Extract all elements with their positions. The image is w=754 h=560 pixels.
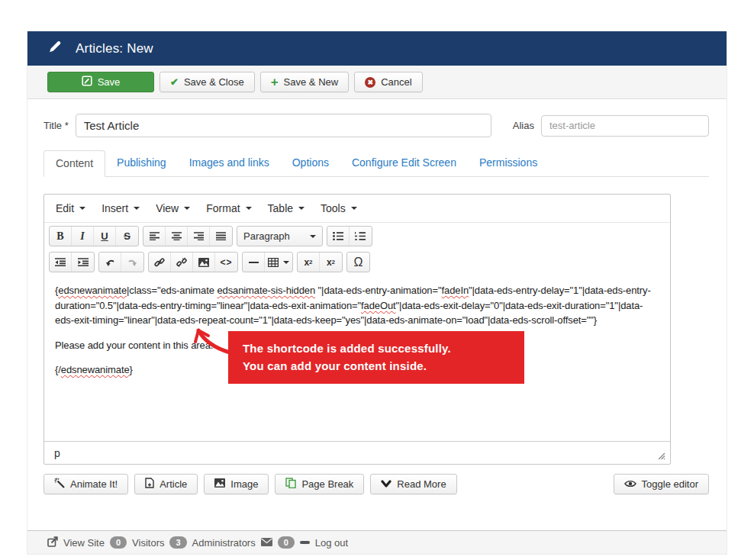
visitors-badge: 0 [110, 536, 127, 549]
italic-button[interactable]: I [72, 227, 94, 246]
page-title: Articles: New [76, 41, 153, 56]
menu-insert[interactable]: Insert [95, 198, 149, 218]
menu-view[interactable]: View [149, 198, 199, 218]
shortcode-open-paragraph: {edsnewanimate|class="eds-animate edsani… [55, 283, 659, 328]
bold-button[interactable]: B [50, 227, 72, 246]
tooltip-line1: The shortcode is added successfully. [243, 340, 510, 357]
align-right-button[interactable] [188, 227, 210, 246]
action-toolbar: Save ✔ Save & Close + Save & New ✖ Cance… [27, 66, 727, 99]
page: Articles: New Save ✔ Save & Close + Save… [0, 31, 754, 560]
page-header: Articles: New [27, 31, 727, 66]
chevron-down-icon [246, 207, 252, 210]
visitors-label: Visitors [132, 537, 164, 549]
chevron-down-icon [298, 207, 304, 210]
eye-icon [624, 478, 636, 490]
admins-badge: 3 [169, 536, 186, 549]
plus-icon: + [271, 76, 279, 89]
editor-menubar: Edit Insert View Format Table Tools [44, 195, 670, 223]
tab-permissions[interactable]: Permissions [468, 150, 549, 176]
insert-article-button[interactable]: Article [134, 474, 198, 494]
subscript-button[interactable]: x2 [298, 253, 320, 272]
messages-badge: 0 [278, 536, 295, 549]
logout-link[interactable]: Log out [315, 537, 348, 549]
annotation-tooltip: The shortcode is added successfully. You… [228, 331, 524, 384]
alias-label: Alias [513, 120, 534, 131]
source-code-button[interactable]: <> [215, 253, 237, 272]
envelope-icon[interactable] [261, 537, 272, 549]
outdent-button[interactable] [50, 253, 72, 272]
page-break-button[interactable]: Page Break [275, 474, 364, 494]
editor-toolbar-row2: <> x2 x2 Ω [44, 249, 670, 275]
article-doc-icon [145, 478, 154, 491]
paragraph-format-select[interactable]: Paragraph [237, 227, 322, 246]
tab-content[interactable]: Content [44, 150, 105, 176]
tab-configure-edit-screen[interactable]: Configure Edit Screen [340, 150, 468, 176]
save-new-label: Save & New [284, 76, 339, 88]
horizontal-rule-button[interactable] [243, 253, 265, 272]
numbered-list-button[interactable] [350, 227, 372, 246]
menu-format[interactable]: Format [199, 198, 260, 218]
tab-options[interactable]: Options [281, 150, 340, 176]
menu-edit[interactable]: Edit [49, 198, 95, 218]
magic-wand-icon [54, 478, 65, 491]
external-link-icon [47, 536, 58, 549]
chevron-down-icon [184, 207, 190, 210]
align-justify-button[interactable] [210, 227, 232, 246]
toggle-editor-button[interactable]: Toggle editor [614, 474, 709, 494]
annotation-arrow-icon [192, 325, 231, 368]
remove-link-button[interactable] [171, 253, 193, 272]
pencil-icon [47, 40, 62, 57]
editor-toolbar-row1: B I U S Paragraph [44, 223, 670, 249]
footer-gap [44, 494, 709, 530]
menu-table[interactable]: Table [261, 198, 314, 218]
title-label: Title * [44, 120, 69, 131]
undo-button[interactable] [99, 253, 121, 272]
title-alias-row: Title * Alias [44, 114, 709, 137]
save-close-label: Save & Close [184, 76, 244, 88]
align-left-button[interactable] [143, 227, 166, 246]
editor-xtd-buttons: Animate It! Article Image Page Break Rea… [44, 474, 709, 494]
wysiwyg-editor: Edit Insert View Format Table Tools B I … [44, 194, 671, 465]
edit-tabs: Content Publishing Images and links Opti… [44, 150, 709, 177]
save-label: Save [98, 76, 121, 88]
chevron-down-icon [351, 207, 357, 210]
chevron-down-icon [283, 261, 289, 264]
cancel-label: Cancel [381, 76, 411, 88]
insert-image-button-bottom[interactable]: Image [204, 474, 269, 494]
view-site-link[interactable]: View Site [63, 537, 105, 549]
bullet-list-button[interactable] [327, 227, 350, 246]
chevron-down-icon [79, 207, 85, 210]
save-new-button[interactable]: + Save & New [260, 72, 349, 92]
superscript-button[interactable]: x2 [320, 253, 342, 272]
tab-publishing[interactable]: Publishing [105, 150, 178, 176]
title-input[interactable] [76, 114, 491, 137]
tooltip-line2: You can add your content inside. [243, 357, 510, 375]
indent-button[interactable] [72, 253, 94, 272]
alias-input[interactable] [541, 115, 709, 137]
tab-images-links[interactable]: Images and links [178, 150, 281, 176]
admin-panel: Articles: New Save ✔ Save & Close + Save… [27, 31, 727, 555]
pages-icon [285, 478, 296, 491]
logout-icon [300, 541, 310, 544]
special-character-button[interactable]: Ω [347, 253, 369, 272]
align-center-button[interactable] [166, 227, 188, 246]
chevron-down-icon [310, 235, 316, 238]
insert-image-button[interactable] [193, 253, 215, 272]
insert-link-button[interactable] [149, 253, 171, 272]
element-path[interactable]: p [54, 447, 60, 459]
save-icon [82, 76, 92, 89]
animate-it-button[interactable]: Animate It! [44, 474, 128, 494]
cancel-button[interactable]: ✖ Cancel [354, 72, 422, 92]
table-button[interactable] [265, 253, 292, 272]
strikethrough-button[interactable]: S [116, 227, 138, 246]
read-more-button[interactable]: Read More [370, 474, 456, 494]
cancel-icon: ✖ [365, 77, 375, 88]
redo-button[interactable] [121, 253, 143, 272]
save-close-button[interactable]: ✔ Save & Close [160, 72, 255, 92]
resize-grip[interactable] [656, 450, 665, 462]
menu-tools[interactable]: Tools [314, 198, 366, 218]
main-content: Title * Alias Content Publishing Images … [27, 99, 727, 530]
save-button[interactable]: Save [47, 72, 154, 92]
editor-content-area[interactable]: {edsnewanimate|class="eds-animate edsani… [44, 275, 670, 441]
underline-button[interactable]: U [94, 227, 116, 246]
